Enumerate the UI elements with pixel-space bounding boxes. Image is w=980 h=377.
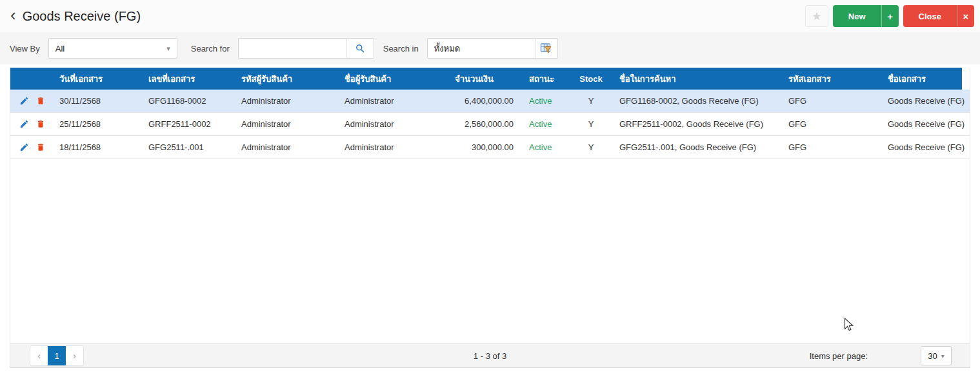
cell-document-name: Goods Receive (FG) bbox=[880, 96, 970, 106]
cell-amount: 300,000.00 bbox=[427, 142, 521, 152]
cell-receiver-code: Administrator bbox=[234, 119, 337, 129]
new-button[interactable]: New bbox=[833, 5, 881, 27]
row-actions bbox=[10, 96, 52, 106]
table-row[interactable]: 18/11/2568 GFG2511-.001 Administrator Ad… bbox=[10, 136, 970, 159]
header-document-code[interactable]: รหัสเอกสาร bbox=[781, 72, 880, 86]
delete-icon[interactable] bbox=[36, 96, 45, 106]
data-grid: วันที่เอกสาร เลขที่เอกสาร รหัสผู้รับสินค… bbox=[10, 68, 970, 368]
cell-status: Active bbox=[521, 119, 570, 129]
cell-receiver-name: Administrator bbox=[337, 96, 427, 106]
back-icon[interactable]: ‹ bbox=[10, 6, 16, 23]
table-header: วันที่เอกสาร เลขที่เอกสาร รหัสผู้รับสินค… bbox=[10, 68, 962, 90]
page-1-button[interactable]: 1 bbox=[48, 346, 66, 365]
header-amount[interactable]: จำนวนเงิน bbox=[427, 72, 521, 86]
items-per-page-label: Items per page: bbox=[810, 351, 868, 361]
cell-receiver-name: Administrator bbox=[337, 142, 427, 152]
cell-receiver-code: Administrator bbox=[234, 96, 337, 106]
cell-document-number: GFG1168-0002 bbox=[141, 96, 234, 106]
items-per-page-value: 30 bbox=[928, 351, 937, 361]
header-document-name[interactable]: ชื่อเอกสาร bbox=[880, 72, 962, 86]
new-plus-button[interactable]: + bbox=[881, 5, 899, 27]
cell-document-date: 30/11/2568 bbox=[52, 96, 141, 106]
cell-stock: Y bbox=[570, 142, 612, 152]
cell-document-code: GFG bbox=[781, 142, 880, 152]
cell-search-name: GFG2511-.001, Goods Receive (FG) bbox=[612, 142, 781, 152]
next-page-button[interactable]: › bbox=[66, 346, 83, 365]
header-stock[interactable]: Stock bbox=[570, 74, 612, 84]
cell-document-number: GFG2511-.001 bbox=[141, 142, 234, 152]
cell-document-name: Goods Receive (FG) bbox=[880, 142, 970, 152]
search-in-input[interactable] bbox=[428, 39, 535, 58]
edit-icon[interactable] bbox=[19, 119, 29, 129]
search-button[interactable] bbox=[346, 39, 374, 58]
header-receiver-code[interactable]: รหัสผู้รับสินค้า bbox=[234, 72, 337, 86]
new-button-group: New + bbox=[833, 5, 899, 27]
search-in-label: Search in bbox=[383, 44, 419, 53]
search-in-filter-button[interactable] bbox=[535, 39, 557, 58]
close-button-group: Close × bbox=[903, 5, 974, 27]
cell-document-date: 18/11/2568 bbox=[52, 142, 141, 152]
search-for-box bbox=[238, 38, 374, 59]
delete-icon[interactable] bbox=[36, 142, 45, 152]
header-status[interactable]: สถานะ bbox=[521, 72, 570, 86]
view-by-select[interactable]: All ▾ bbox=[48, 38, 177, 59]
header-document-date[interactable]: วันที่เอกสาร bbox=[52, 72, 141, 86]
close-x-button[interactable]: × bbox=[957, 5, 974, 27]
cell-amount: 6,400,000.00 bbox=[427, 96, 521, 106]
chevron-down-icon: ▾ bbox=[941, 353, 945, 360]
cell-receiver-name: Administrator bbox=[337, 119, 427, 129]
page-title: Goods Receive (FG) bbox=[23, 9, 141, 24]
search-for-label: Search for bbox=[191, 44, 230, 53]
search-for-input[interactable] bbox=[239, 39, 346, 58]
edit-icon[interactable] bbox=[19, 96, 29, 106]
cell-status: Active bbox=[521, 96, 570, 106]
cell-document-code: GFG bbox=[781, 119, 880, 129]
table-body: 30/11/2568 GFG1168-0002 Administrator Ad… bbox=[10, 90, 970, 343]
table-row[interactable]: 30/11/2568 GFG1168-0002 Administrator Ad… bbox=[10, 90, 970, 113]
cell-stock: Y bbox=[570, 96, 612, 106]
row-actions bbox=[10, 119, 52, 129]
edit-icon[interactable] bbox=[19, 142, 29, 152]
cell-status: Active bbox=[521, 142, 570, 152]
close-button[interactable]: Close bbox=[903, 5, 957, 27]
prev-page-button[interactable]: ‹ bbox=[30, 346, 48, 365]
row-actions bbox=[10, 142, 52, 152]
table-filter-icon bbox=[540, 42, 553, 55]
pager: ‹ 1 › bbox=[30, 345, 84, 366]
cell-document-name: Goods Receive (FG) bbox=[880, 119, 970, 129]
page-range-text: 1 - 3 of 3 bbox=[474, 351, 506, 361]
table-row[interactable]: 25/11/2568 GRFF2511-0002 Administrator A… bbox=[10, 113, 970, 136]
view-by-label: View By bbox=[10, 44, 40, 53]
chevron-down-icon: ▾ bbox=[166, 44, 170, 53]
header-document-number[interactable]: เลขที่เอกสาร bbox=[141, 72, 234, 86]
view-by-value: All bbox=[55, 44, 65, 53]
cell-document-code: GFG bbox=[781, 96, 880, 106]
header-search-name[interactable]: ชื่อในการค้นหา bbox=[612, 72, 781, 86]
pagination-bar: ‹ 1 › 1 - 3 of 3 Items per page: 30 ▾ bbox=[10, 343, 970, 367]
search-in-box bbox=[427, 38, 558, 59]
items-per-page-select[interactable]: 30 ▾ bbox=[921, 346, 952, 365]
star-icon: ★ bbox=[812, 10, 821, 23]
top-bar: ‹ Goods Receive (FG) ★ New + Close × bbox=[0, 0, 980, 32]
cell-search-name: GRFF2511-0002, Goods Receive (FG) bbox=[612, 119, 781, 129]
filter-bar: View By All ▾ Search for Search in bbox=[0, 32, 980, 64]
cell-search-name: GFG1168-0002, Goods Receive (FG) bbox=[612, 96, 781, 106]
delete-icon[interactable] bbox=[36, 119, 45, 129]
cell-amount: 2,560,000.00 bbox=[427, 119, 521, 129]
cell-stock: Y bbox=[570, 119, 612, 129]
topbar-actions: ★ New + Close × bbox=[805, 5, 975, 27]
cell-document-number: GRFF2511-0002 bbox=[141, 119, 234, 129]
items-per-page: Items per page: 30 ▾ bbox=[810, 346, 970, 365]
header-receiver-name[interactable]: ชื่อผู้รับสินค้า bbox=[337, 72, 427, 86]
favorite-button[interactable]: ★ bbox=[805, 5, 828, 27]
cell-document-date: 25/11/2568 bbox=[52, 119, 141, 129]
search-icon bbox=[355, 43, 366, 54]
cell-receiver-code: Administrator bbox=[234, 142, 337, 152]
